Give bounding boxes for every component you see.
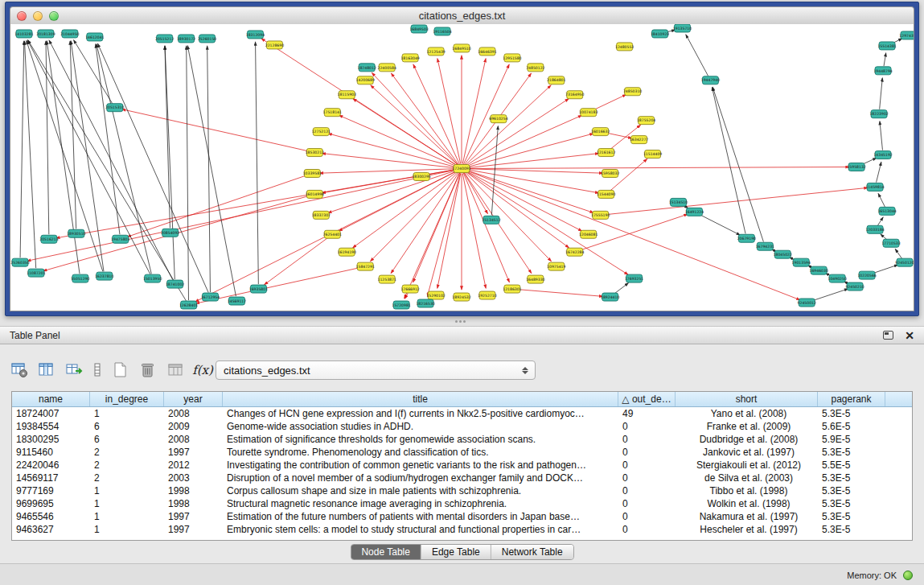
- function-builder-icon[interactable]: f(x): [191, 359, 214, 381]
- table-row[interactable]: 1938455462009Genome-wide association stu…: [12, 420, 912, 433]
- graph-node[interactable]: 19135710: [673, 24, 692, 32]
- graph-node[interactable]: 16491224: [685, 208, 704, 216]
- graph-node[interactable]: 16946030: [810, 266, 828, 274]
- graph-node[interactable]: 14103281: [14, 30, 33, 38]
- delete-table-icon[interactable]: [137, 359, 159, 381]
- graph-node[interactable]: 18924410: [601, 293, 619, 301]
- graph-node[interactable]: 18223902: [869, 110, 888, 118]
- graph-node[interactable]: 17710533: [881, 239, 900, 247]
- table-row[interactable]: 969969511998Structural magnetic resonanc…: [12, 497, 912, 510]
- graph-node[interactable]: 18312094: [246, 31, 265, 39]
- graph-node[interactable]: 20679190: [737, 234, 756, 242]
- graph-node[interactable]: 16935801: [249, 285, 268, 293]
- graph-node[interactable]: 18337307: [312, 211, 331, 219]
- new-table-icon[interactable]: [109, 359, 132, 381]
- graph-node[interactable]: 12628401: [179, 301, 198, 309]
- graph-node[interactable]: 15958132: [847, 163, 865, 171]
- graph-node[interactable]: 18924532: [452, 293, 470, 301]
- graph-node[interactable]: 10490250: [828, 274, 847, 282]
- graph-node[interactable]: 16489330: [526, 275, 544, 283]
- graph-node[interactable]: 19448794: [873, 67, 892, 75]
- graph-node[interactable]: 16712954: [201, 293, 220, 301]
- graph-node[interactable]: 18748012: [358, 64, 376, 72]
- table-row[interactable]: 1872400712008Changes of HCN gene express…: [12, 407, 912, 420]
- graph-node[interactable]: 12974393: [899, 31, 914, 39]
- graph-node[interactable]: 16014998: [306, 190, 324, 198]
- close-panel-icon[interactable]: ✕: [905, 330, 914, 341]
- graph-node[interactable]: 11087201: [27, 269, 45, 277]
- tab-node-table[interactable]: Node Table: [351, 545, 421, 559]
- graph-node[interactable]: 19252710: [478, 291, 496, 299]
- table-row[interactable]: 2242004622012Investigating the contribut…: [12, 459, 912, 472]
- graph-node[interactable]: 16016632: [591, 128, 610, 136]
- table-row[interactable]: 1456911722003Disruption of a novel membe…: [12, 472, 912, 484]
- graph-node[interactable]: 19013594: [792, 258, 811, 266]
- column-header-name[interactable]: name: [12, 392, 90, 406]
- graph-node[interactable]: 16513044: [877, 207, 896, 215]
- graph-node[interactable]: 21864801: [547, 76, 565, 84]
- graph-node[interactable]: 18300295: [412, 172, 430, 180]
- graph-node[interactable]: 11253871: [378, 275, 396, 283]
- table-row[interactable]: 1830029562008Estimation of significance …: [12, 433, 912, 446]
- graph-node[interactable]: 15847291: [356, 262, 375, 270]
- graph-node[interactable]: 12046081: [579, 230, 598, 238]
- graph-node[interactable]: 10975419: [547, 262, 565, 270]
- graph-node[interactable]: 20515310: [105, 104, 124, 112]
- graph-node[interactable]: 22128690: [265, 41, 284, 49]
- graph-node[interactable]: 73164950: [565, 91, 584, 99]
- graph-node[interactable]: 18930172: [177, 35, 195, 43]
- graph-node[interactable]: 92450012: [798, 299, 816, 307]
- graph-node[interactable]: 12752121: [312, 128, 331, 136]
- table-row[interactable]: 946362711997Embryonic stem cells: a mode…: [12, 523, 912, 536]
- graph-node[interactable]: 69610254: [489, 115, 507, 123]
- graph-node[interactable]: 55051290: [71, 274, 89, 282]
- graph-node[interactable]: 11459814: [865, 183, 884, 191]
- column-header-title[interactable]: title: [223, 392, 618, 406]
- manage-columns-icon[interactable]: [35, 359, 58, 381]
- graph-node[interactable]: 16194190: [338, 248, 356, 256]
- graph-node[interactable]: 14345192: [873, 151, 892, 159]
- graph-node[interactable]: 16646391: [478, 47, 496, 56]
- float-panel-icon[interactable]: [883, 331, 893, 340]
- graph-node[interactable]: 11514409: [643, 150, 662, 159]
- graph-node[interactable]: 16794231: [756, 242, 774, 250]
- graph-node[interactable]: 15720981: [392, 301, 410, 309]
- graph-node[interactable]: 18115903: [338, 91, 356, 99]
- table-settings-icon[interactable]: [8, 359, 31, 381]
- graph-node[interactable]: 19116504: [433, 27, 451, 35]
- graph-node[interactable]: 11544090: [597, 190, 615, 198]
- graph-node[interactable]: 25260150: [198, 35, 216, 43]
- import-file-icon[interactable]: [164, 359, 187, 381]
- graph-node[interactable]: 16849510: [452, 44, 470, 52]
- graph-node[interactable]: 92450120: [895, 258, 914, 266]
- table-row[interactable]: 911546021997Tourette syndrome. Phenomeno…: [12, 446, 912, 459]
- graph-node[interactable]: 12125439: [426, 47, 445, 56]
- graph-node[interactable]: 19447940: [701, 76, 720, 84]
- graph-node[interactable]: 16342277: [630, 136, 648, 144]
- graph-node[interactable]: 18930510: [67, 229, 85, 237]
- column-header-pagerank[interactable]: pagerank: [818, 392, 885, 406]
- column-header-short[interactable]: short: [676, 392, 818, 406]
- graph-node[interactable]: 10220566: [857, 271, 876, 279]
- graph-node[interactable]: 15514381: [877, 42, 896, 50]
- graph-node[interactable]: 74850122: [526, 64, 544, 72]
- table-row[interactable]: 946554611997Estimation of the future num…: [12, 510, 912, 523]
- graph-node[interactable]: 16237810: [95, 272, 113, 280]
- graph-node[interactable]: 74850310: [623, 88, 642, 96]
- graph-node[interactable]: 15134510: [669, 198, 688, 206]
- tab-edge-table[interactable]: Edge Table: [421, 545, 491, 559]
- graph-node[interactable]: 10339581: [303, 169, 322, 177]
- graph-node[interactable]: 18530212: [306, 149, 324, 157]
- graph-node[interactable]: 18410923: [651, 30, 669, 38]
- graph-node[interactable]: 18045022: [774, 250, 792, 258]
- column-header-in_degree[interactable]: in_degree: [90, 392, 164, 406]
- graph-node[interactable]: 12161612: [597, 149, 615, 157]
- graph-node[interactable]: 22400584: [378, 64, 396, 72]
- graph-node[interactable]: 15134512: [482, 216, 500, 224]
- graph-node[interactable]: 16742284: [565, 248, 584, 256]
- tab-network-table[interactable]: Network Table: [491, 545, 573, 559]
- network-canvas[interactable]: 1724009115958032121616121601663210074183…: [10, 24, 914, 311]
- graph-node[interactable]: 15013950: [143, 274, 162, 282]
- graph-node[interactable]: 12480553: [615, 43, 634, 51]
- graph-node[interactable]: 17555190: [591, 211, 610, 219]
